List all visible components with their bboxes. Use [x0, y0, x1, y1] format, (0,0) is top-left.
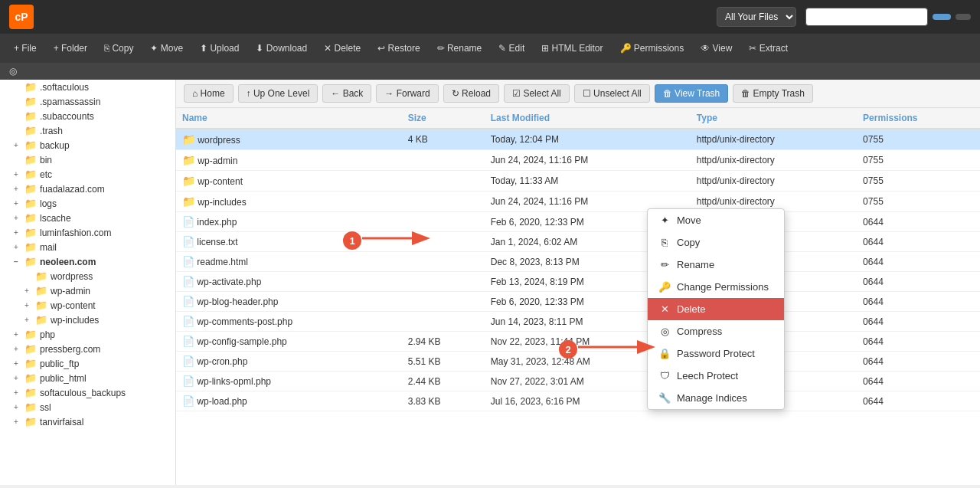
sidebar-label: ssl — [40, 402, 51, 413]
cell-size — [402, 212, 485, 232]
table-row[interactable]: 📄 wp-load.php 3.83 KB Jul 16, 2023, 6:16… — [176, 391, 980, 411]
sidebar-item-php[interactable]: + 📁 php — [0, 327, 175, 342]
sidebar-item-pressberg[interactable]: + 📁 pressberg.com — [0, 342, 175, 356]
cm-delete[interactable]: ✕ Delete — [648, 298, 784, 320]
search-input[interactable] — [805, 8, 928, 26]
go-button[interactable] — [933, 14, 951, 20]
cm-leech-protect[interactable]: 🛡 Leech Protect — [648, 365, 784, 387]
table-row[interactable]: 📄 index.php Feb 6, 2020, 12:33 PM text/x… — [176, 212, 980, 232]
cell-permissions: 0644 — [857, 292, 980, 312]
cm-password-protect[interactable]: 🔒 Password Protect — [648, 342, 784, 365]
sidebar-item-bin[interactable]: 📁 bin — [0, 152, 175, 167]
settings-button[interactable] — [956, 14, 971, 20]
sidebar-item-fuadalazad[interactable]: + 📁 fuadalazad.com — [0, 182, 175, 196]
cell-size — [402, 252, 485, 272]
forward-btn[interactable]: → Forward — [376, 84, 438, 103]
table-row[interactable]: 📁 wordpress 4 KB Today, 12:04 PM httpd/u… — [176, 129, 980, 150]
sidebar-item-softaculous-backups[interactable]: + 📁 softaculous_backups — [0, 385, 175, 400]
table-row[interactable]: 📄 wp-links-opml.php 2.44 KB Nov 27, 2022… — [176, 372, 980, 391]
permissions-btn[interactable]: 🔑 Permissions — [612, 39, 692, 57]
empty-trash-btn[interactable]: 🗑 Empty Trash — [733, 84, 813, 103]
home-btn[interactable]: ⌂ Home — [184, 84, 234, 103]
sidebar-item-backup[interactable]: + 📁 backup — [0, 138, 175, 152]
col-modified[interactable]: Last Modified — [485, 108, 691, 129]
unselect-all-btn[interactable]: ☐ Unselect All — [574, 84, 650, 103]
table-row[interactable]: 📁 wp-content Today, 11:33 AM httpd/unix-… — [176, 171, 980, 192]
sidebar-item-tanvirfaisal[interactable]: + 📁 tanvirfaisal — [0, 414, 175, 429]
sidebar-item-neoleen[interactable]: − 📁 neoleen.com — [0, 254, 175, 269]
reload-btn[interactable]: ↻ Reload — [443, 84, 499, 103]
table-row[interactable]: 📄 wp-blog-header.php Feb 6, 2020, 12:33 … — [176, 292, 980, 312]
table-row[interactable]: 📄 wp-config-sample.php 2.94 KB Nov 22, 2… — [176, 332, 980, 352]
expand-icon: + — [24, 301, 34, 310]
download-btn[interactable]: ⬇ Download — [248, 39, 315, 57]
new-file-btn[interactable]: + File — [6, 39, 44, 57]
action-bar: ⌂ Home ↑ Up One Level ← Back → Forward ↻… — [176, 80, 980, 108]
expand-icon: + — [14, 199, 23, 208]
sidebar-item-trash[interactable]: 📁 .trash — [0, 123, 175, 138]
compress-bar: ◎ — [0, 63, 980, 80]
copy-btn[interactable]: ⎘ Copy — [96, 39, 141, 57]
sidebar-item-logs[interactable]: + 📁 logs — [0, 196, 175, 211]
leech-icon: 🛡 — [658, 370, 671, 382]
cm-move[interactable]: ✦ Move — [648, 209, 784, 231]
html-editor-btn[interactable]: ⊞ HTML Editor — [534, 39, 610, 57]
sidebar-item-ssl[interactable]: + 📁 ssl — [0, 400, 175, 414]
rename-btn[interactable]: ✏ Rename — [430, 39, 490, 57]
edit-btn[interactable]: ✎ Edit — [491, 39, 532, 57]
search-scope-select[interactable]: All Your Files — [717, 7, 796, 27]
col-permissions[interactable]: Permissions — [857, 108, 980, 129]
sidebar-item-luminfashion[interactable]: + 📁 luminfashion.com — [0, 225, 175, 240]
sidebar-item-wp-content[interactable]: + 📁 wp-content — [0, 298, 175, 313]
compress-icon: ◎ — [9, 66, 17, 77]
col-name[interactable]: Name — [176, 108, 402, 129]
sidebar-label: php — [40, 329, 55, 340]
cm-rename[interactable]: ✏ Rename — [648, 254, 784, 276]
sidebar-item-wordpress[interactable]: 📁 wordpress — [0, 269, 175, 283]
back-btn[interactable]: ← Back — [322, 84, 371, 103]
upload-btn[interactable]: ⬆ Upload — [192, 39, 247, 57]
new-folder-btn[interactable]: + Folder — [46, 39, 95, 57]
sidebar-item-lscache[interactable]: + 📁 lscache — [0, 211, 175, 225]
file-name: wp-config-sample.php — [197, 336, 286, 347]
cm-permissions[interactable]: 🔑 Change Permissions — [648, 276, 784, 298]
cell-size: 2.44 KB — [402, 372, 485, 391]
view-btn[interactable]: 👁 View — [693, 39, 740, 57]
sidebar-item-wp-includes[interactable]: + 📁 wp-includes — [0, 313, 175, 327]
sidebar-item-public-ftp[interactable]: + 📁 public_ftp — [0, 356, 175, 371]
table-row[interactable]: 📄 wp-cron.php 5.51 KB May 31, 2023, 12:4… — [176, 352, 980, 372]
table-row[interactable]: 📄 license.txt Jan 1, 2024, 6:02 AM text/… — [176, 232, 980, 252]
col-size[interactable]: Size — [402, 108, 485, 129]
sidebar-item-mail[interactable]: + 📁 mail — [0, 240, 175, 254]
sidebar-item-wp-admin[interactable]: + 📁 wp-admin — [0, 283, 175, 298]
table-row[interactable]: 📄 wp-comments-post.php Jun 14, 2023, 8:1… — [176, 312, 980, 332]
move-btn[interactable]: ✦ Move — [142, 39, 191, 57]
select-all-btn[interactable]: ☑ Select All — [504, 84, 570, 103]
cm-compress[interactable]: ◎ Compress — [648, 320, 784, 342]
sidebar-item-etc[interactable]: + 📁 etc — [0, 167, 175, 182]
delete-btn[interactable]: ✕ Delete — [316, 39, 368, 57]
cm-copy[interactable]: ⎘ Copy — [648, 231, 784, 254]
cell-type: httpd/unix-directory — [691, 150, 857, 171]
extract-btn[interactable]: ✂ Extract — [741, 39, 795, 57]
table-row[interactable]: 📄 wp-activate.php Feb 13, 2024, 8:19 PM … — [176, 272, 980, 292]
table-row[interactable]: 📄 readme.html Dec 8, 2023, 8:13 PM text/… — [176, 252, 980, 272]
sidebar-item-subaccounts[interactable]: 📁 .subaccounts — [0, 109, 175, 123]
up-level-btn[interactable]: ↑ Up One Level — [238, 84, 318, 103]
table-row[interactable]: 📁 wp-admin Jun 24, 2024, 11:16 PM httpd/… — [176, 150, 980, 171]
col-type[interactable]: Type — [691, 108, 857, 129]
cm-manage-indices[interactable]: 🔧 Manage Indices — [648, 387, 784, 409]
cell-name: 📄 index.php — [176, 212, 402, 232]
cell-permissions: 0644 — [857, 352, 980, 372]
sidebar-item-public-html[interactable]: + 📁 public_html — [0, 371, 175, 385]
file-icon: 📄 — [182, 395, 194, 407]
cell-size — [402, 292, 485, 312]
table-row[interactable]: 📁 wp-includes Jun 24, 2024, 11:16 PM htt… — [176, 192, 980, 212]
sidebar-item-spamassassin[interactable]: 📁 .spamassassin — [0, 94, 175, 109]
sidebar-item-softaculous[interactable]: 📁 .softaculous — [0, 80, 175, 94]
view-trash-btn[interactable]: 🗑 View Trash — [655, 84, 728, 103]
restore-btn[interactable]: ↩ Restore — [370, 39, 427, 57]
sidebar-label: .subaccounts — [40, 111, 94, 122]
sidebar-label: wp-includes — [51, 315, 99, 326]
expand-icon: + — [14, 170, 23, 178]
